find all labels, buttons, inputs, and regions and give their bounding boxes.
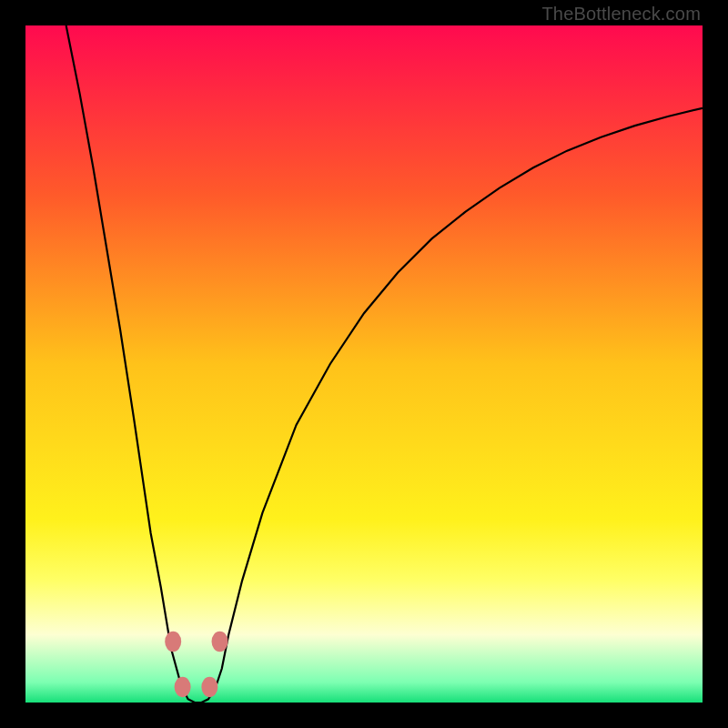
chart-background bbox=[25, 25, 703, 703]
watermark-text: TheBottleneck.com bbox=[541, 4, 701, 25]
curve-marker bbox=[201, 677, 217, 698]
chart-frame bbox=[25, 25, 703, 703]
curve-marker bbox=[165, 632, 181, 652]
bottleneck-chart bbox=[25, 25, 703, 703]
curve-marker bbox=[175, 677, 191, 698]
curve-marker bbox=[212, 632, 228, 652]
